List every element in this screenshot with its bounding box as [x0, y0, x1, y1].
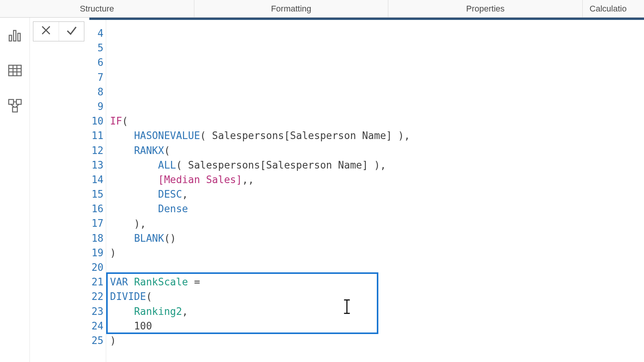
workbench: 45678910111213141516171819202122232425 I… — [0, 18, 644, 362]
tab-structure[interactable]: Structure — [0, 0, 194, 17]
formula-editor-wrap: 45678910111213141516171819202122232425 I… — [30, 18, 644, 362]
token-plain — [110, 145, 134, 156]
svg-rect-3 — [8, 65, 21, 76]
token-plain: , — [182, 188, 188, 200]
report-view-icon[interactable] — [7, 28, 23, 43]
code-line[interactable] — [110, 260, 644, 275]
token-plain: = — [188, 276, 200, 288]
code-line[interactable]: Dense — [110, 201, 644, 216]
line-number: 7 — [89, 70, 104, 85]
commit-button[interactable] — [59, 22, 84, 41]
line-number: 25 — [89, 333, 104, 348]
code-line[interactable]: ALL( Salespersons[Salesperson Name] ), — [110, 158, 644, 172]
code-surface[interactable]: IF( HASONEVALUE( Salespersons[Salesperso… — [106, 20, 644, 362]
token-plain — [110, 130, 134, 141]
code-line[interactable]: VAR RankScale = — [110, 275, 644, 289]
line-number: 13 — [89, 158, 104, 172]
tab-formatting[interactable]: Formatting — [194, 0, 389, 17]
token-plain: ( — [122, 115, 128, 127]
code-line[interactable] — [110, 348, 644, 362]
token-plain — [110, 188, 158, 200]
token-plain — [110, 159, 158, 171]
token-plain — [128, 276, 134, 288]
line-number-gutter: 45678910111213141516171819202122232425 — [89, 20, 106, 362]
token-plain — [110, 233, 134, 244]
tab-properties[interactable]: Properties — [388, 0, 583, 17]
token-plain: () — [164, 233, 176, 244]
svg-rect-9 — [16, 100, 21, 105]
check-icon — [65, 24, 78, 39]
line-number: 22 — [89, 289, 104, 304]
nav-rail — [0, 18, 30, 362]
code-line[interactable]: [Median Sales],, — [110, 172, 644, 187]
line-number: 24 — [89, 319, 104, 333]
token-plain: ), — [110, 218, 146, 229]
token-fn: DIVIDE — [110, 291, 146, 302]
code-line[interactable]: ), — [110, 216, 644, 231]
code-line[interactable]: IF( — [110, 114, 644, 128]
line-number: 10 — [89, 114, 104, 128]
line-number: 20 — [89, 260, 104, 275]
line-number: 17 — [89, 216, 104, 231]
token-plain: ( Salespersons[Salesperson Name] ), — [200, 130, 410, 141]
token-fn: HASONEVALUE — [134, 130, 200, 141]
token-plain: ,, — [242, 174, 254, 185]
token-fn: BLANK — [134, 233, 164, 244]
token-plain: ) — [110, 335, 116, 346]
line-number: 6 — [89, 55, 104, 70]
token-varname: Ranking2 — [134, 306, 182, 317]
token-plain: ( — [164, 145, 170, 156]
model-view-icon[interactable] — [7, 98, 23, 113]
code-line[interactable]: Ranking2, — [110, 304, 644, 319]
line-number: 16 — [89, 201, 104, 216]
data-view-icon[interactable] — [7, 63, 23, 78]
token-varname: RankScale — [134, 276, 188, 288]
line-number: 19 — [89, 246, 104, 260]
token-fn: RANKX — [134, 145, 164, 156]
code-line[interactable]: ) — [110, 246, 644, 260]
svg-rect-10 — [12, 107, 17, 112]
token-fn: ALL — [158, 159, 176, 171]
token-plain — [110, 174, 158, 185]
code-line[interactable]: DIVIDE( — [110, 289, 644, 304]
ribbon-tabs: Structure Formatting Properties Calculat… — [0, 0, 644, 18]
line-number: 14 — [89, 172, 104, 187]
token-plain: ( Salespersons[Salesperson Name] ), — [176, 159, 386, 171]
code-line[interactable]: DESC, — [110, 187, 644, 201]
token-fn: Dense — [158, 203, 188, 215]
token-plain: , — [182, 306, 188, 317]
token-fn: DESC — [158, 188, 182, 200]
line-number: 23 — [89, 304, 104, 319]
token-plain: 100 — [110, 320, 152, 332]
close-icon — [39, 24, 53, 39]
svg-rect-0 — [9, 35, 12, 41]
cancel-button[interactable] — [33, 22, 59, 41]
code-line[interactable]: HASONEVALUE( Salespersons[Salesperson Na… — [110, 128, 644, 143]
code-line[interactable]: ) — [110, 333, 644, 348]
line-number: 11 — [89, 128, 104, 143]
token-plain: ) — [110, 247, 116, 259]
line-number: 9 — [89, 99, 104, 114]
formula-bar-controls — [33, 21, 84, 41]
token-kw-var: VAR — [110, 276, 128, 288]
line-number: 21 — [89, 275, 104, 289]
svg-rect-8 — [8, 100, 13, 105]
dax-editor[interactable]: 45678910111213141516171819202122232425 I… — [89, 20, 644, 362]
tab-calculation[interactable]: Calculatio — [583, 0, 644, 17]
line-number: 12 — [89, 143, 104, 158]
code-line[interactable]: 100 — [110, 319, 644, 333]
code-line[interactable]: RANKX( — [110, 143, 644, 158]
code-line[interactable]: BLANK() — [110, 231, 644, 246]
token-plain — [110, 203, 158, 215]
token-plain: ( — [146, 291, 152, 302]
line-number: 15 — [89, 187, 104, 201]
line-number: 5 — [89, 41, 104, 55]
token-plain — [110, 306, 134, 317]
svg-rect-1 — [13, 31, 16, 41]
svg-rect-2 — [18, 33, 20, 41]
line-number: 8 — [89, 85, 104, 99]
line-number: 18 — [89, 231, 104, 246]
token-kw-if: IF — [110, 115, 122, 127]
line-number: 4 — [89, 26, 104, 41]
token-meas: [Median Sales] — [158, 174, 242, 185]
